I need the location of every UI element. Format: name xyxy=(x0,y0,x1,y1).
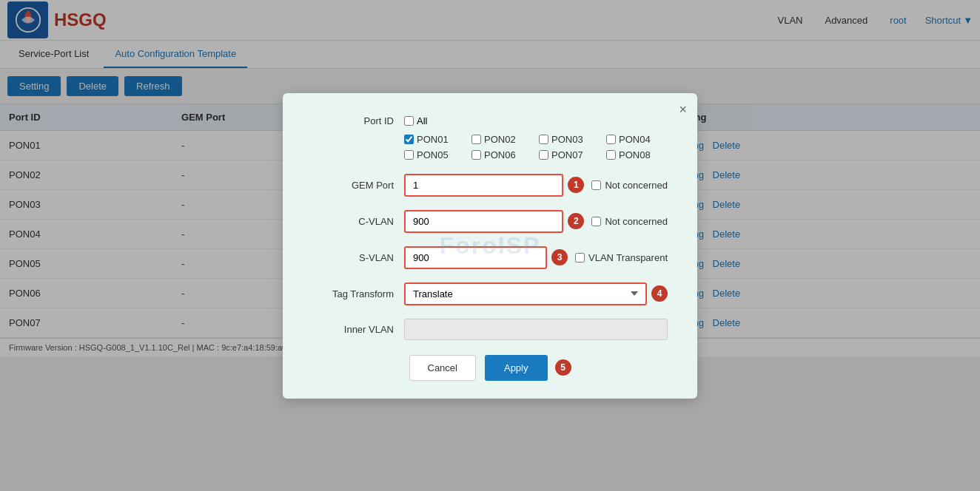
pon01-checkbox[interactable] xyxy=(404,135,414,144)
modal-footer: Cancel Apply 5 xyxy=(312,355,668,357)
pon-row-2: PON05 PON06 PON07 PON08 xyxy=(404,149,668,160)
pon-row-1: PON01 PON02 PON03 PON04 xyxy=(404,134,668,145)
pon07-label: PON07 xyxy=(551,149,583,160)
s-vlan-input[interactable] xyxy=(404,246,547,269)
gem-not-concerned-checkbox[interactable] xyxy=(591,180,601,190)
gem-port-row: GEM Port 1 Not concerned xyxy=(312,174,668,197)
pon08-label: PON08 xyxy=(619,149,651,160)
pon08-checkbox[interactable] xyxy=(606,150,616,160)
pon-grid: PON01 PON02 PON03 PON04 PON05 xyxy=(404,134,668,160)
pon06-item: PON06 xyxy=(471,149,533,160)
pon05-checkbox[interactable] xyxy=(404,150,414,160)
apply-button[interactable]: Apply xyxy=(485,355,548,357)
pon04-label: PON04 xyxy=(619,134,651,145)
all-checkbox[interactable] xyxy=(404,116,414,126)
pon04-item: PON04 xyxy=(606,134,668,145)
inner-vlan-label: Inner VLAN xyxy=(312,324,394,335)
pon06-checkbox[interactable] xyxy=(471,150,481,160)
pon08-item: PON08 xyxy=(606,149,668,160)
tag-transform-select[interactable]: Translate Add Remove Transparent xyxy=(404,282,647,305)
pon07-item: PON07 xyxy=(539,149,600,160)
s-vlan-row: S-VLAN 3 VLAN Transparent xyxy=(312,246,668,269)
pon05-label: PON05 xyxy=(417,149,449,160)
pon04-checkbox[interactable] xyxy=(606,135,616,144)
c-vlan-input[interactable] xyxy=(404,210,563,233)
s-vlan-transparent-wrap: VLAN Transparent xyxy=(575,252,668,263)
step2-badge: 2 xyxy=(568,213,584,229)
c-vlan-not-concerned-label: Not concerned xyxy=(605,216,668,227)
pon01-item: PON01 xyxy=(404,134,466,145)
gem-port-label: GEM Port xyxy=(312,180,394,191)
step4-badge: 4 xyxy=(651,285,668,302)
pon02-label: PON02 xyxy=(484,134,516,145)
modal-close-button[interactable]: × xyxy=(679,102,687,118)
s-vlan-transparent-label: VLAN Transparent xyxy=(588,252,668,263)
pon07-checkbox[interactable] xyxy=(539,150,548,160)
tag-transform-label: Tag Transform xyxy=(312,288,394,299)
inner-vlan-row: Inner VLAN xyxy=(312,319,668,340)
inner-vlan-input xyxy=(404,319,668,340)
pon02-checkbox[interactable] xyxy=(471,135,481,144)
pon05-item: PON05 xyxy=(404,149,466,160)
step3-badge: 3 xyxy=(551,249,568,265)
c-vlan-not-concerned-wrap: Not concerned xyxy=(591,216,668,227)
pon03-label: PON03 xyxy=(551,134,583,145)
apply-wrap: Apply 5 xyxy=(485,355,571,357)
gem-port-input[interactable] xyxy=(404,174,563,197)
cancel-button[interactable]: Cancel xyxy=(409,355,476,357)
pon06-label: PON06 xyxy=(484,149,516,160)
pon02-item: PON02 xyxy=(471,134,533,145)
c-vlan-label: C-VLAN xyxy=(312,216,394,227)
pon03-checkbox[interactable] xyxy=(539,135,548,144)
modal-overlay: × ForoISP Port ID All PON01 PON02 xyxy=(0,0,980,356)
pon03-item: PON03 xyxy=(539,134,600,145)
port-id-row: Port ID All xyxy=(312,115,668,126)
s-vlan-label: S-VLAN xyxy=(312,252,394,263)
port-id-label: Port ID xyxy=(312,115,394,126)
all-checkbox-item: All xyxy=(404,115,427,126)
pon01-label: PON01 xyxy=(417,134,449,145)
all-label: All xyxy=(417,115,427,126)
tag-transform-row: Tag Transform Translate Add Remove Trans… xyxy=(312,282,668,305)
s-vlan-transparent-checkbox[interactable] xyxy=(575,253,585,263)
c-vlan-not-concerned-checkbox[interactable] xyxy=(591,217,601,226)
modal-dialog: × ForoISP Port ID All PON01 PON02 xyxy=(283,93,697,357)
step1-badge: 1 xyxy=(568,177,584,193)
gem-not-concerned-wrap: Not concerned xyxy=(591,180,668,191)
c-vlan-row: C-VLAN 2 Not concerned xyxy=(312,210,668,233)
gem-not-concerned-label: Not concerned xyxy=(605,180,668,191)
